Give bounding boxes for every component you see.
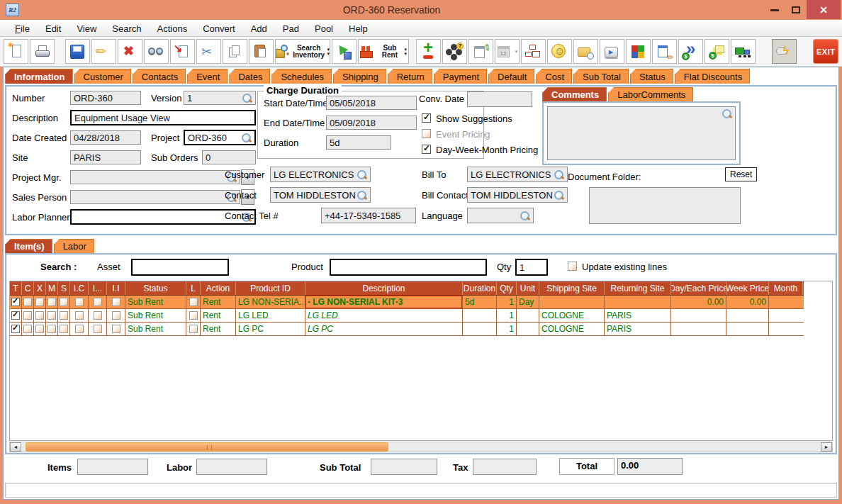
contact-field[interactable]: TOM HIDDLESTON [270, 187, 371, 203]
exit-button[interactable]: EXIT [813, 39, 838, 64]
row3-checkbox-s[interactable] [60, 325, 68, 333]
col-unit[interactable]: Unit [517, 281, 539, 295]
notes-button[interactable] [468, 39, 493, 64]
start-date-field[interactable]: 05/05/2018 [326, 96, 417, 110]
contact-lookup-icon[interactable] [357, 190, 367, 201]
scroll-left-arrow[interactable]: ◄ [10, 442, 21, 452]
col-ii[interactable]: I.I [107, 281, 125, 295]
conv-date-field[interactable] [467, 91, 532, 107]
col-action[interactable]: Action [201, 281, 236, 295]
row1-checkbox-l[interactable] [189, 298, 198, 306]
dwm-pricing-checkbox[interactable] [422, 145, 431, 154]
copy-button[interactable] [223, 39, 247, 64]
row3-checkbox-m[interactable] [47, 325, 56, 333]
col-status[interactable]: Status [125, 281, 186, 295]
site-field[interactable]: PARIS [70, 150, 141, 164]
tab-sub-total[interactable]: Sub Total [573, 69, 629, 84]
tab-labor[interactable]: Labor [54, 239, 94, 253]
row3-checkbox-c[interactable] [23, 325, 32, 333]
scrollbar-thumb[interactable] [26, 442, 388, 452]
minimize-button[interactable] [764, 1, 785, 18]
col-description[interactable]: Description [305, 281, 463, 295]
bill-to-lookup-icon[interactable] [554, 169, 564, 180]
col-week-price[interactable]: Week Price [726, 281, 769, 295]
sub-rent-button[interactable]: Sub Rent ▼▼ [358, 39, 410, 64]
money-notes-button[interactable] [705, 39, 729, 64]
row1-checkbox-s[interactable] [60, 298, 68, 306]
tab-dates[interactable]: Dates [229, 69, 270, 84]
scroll-right-arrow[interactable]: ► [821, 442, 832, 452]
col-s[interactable]: S [58, 281, 70, 295]
col-returning-site[interactable]: Returning Site [605, 281, 671, 295]
search-inventory-button[interactable]: Search Inventory ▼▼ [275, 39, 330, 64]
tab-flat-discounts[interactable]: Flat Discounts [675, 69, 750, 84]
menu-pad[interactable]: Pad [276, 22, 305, 35]
table-row-1[interactable]: Sub Rent Rent LG NON-SERIA... - LG NON-S… [10, 296, 804, 309]
reset-button[interactable]: Reset [725, 167, 757, 181]
customer-lookup-icon[interactable] [357, 169, 367, 180]
bill-contact-lookup-icon[interactable] [554, 190, 564, 201]
row2-checkbox-x[interactable] [35, 311, 44, 320]
show-suggestions-checkbox[interactable] [422, 113, 431, 123]
project-field[interactable]: ORD-360 [184, 130, 256, 145]
col-day-each-price[interactable]: Day/Each Price [671, 281, 726, 295]
row2-checkbox-t[interactable] [11, 311, 20, 320]
sales-person-field[interactable] [70, 190, 240, 204]
row2-checkbox-m[interactable] [47, 311, 56, 320]
tab-payment[interactable]: Payment [434, 69, 487, 84]
sub-orders-field[interactable]: 0 [202, 150, 256, 164]
tab-cost[interactable]: Cost [536, 69, 572, 84]
menu-file[interactable]: File [9, 22, 36, 35]
table-row-3[interactable]: Sub Rent Rent LG PC LG PC 1 COLOGNE PARI… [10, 323, 804, 336]
qty-input[interactable]: 1 [515, 259, 548, 276]
col-c[interactable]: C [22, 281, 34, 295]
version-field[interactable]: 1 [184, 91, 256, 105]
number-field[interactable]: ORD-360 [70, 91, 141, 105]
row2-checkbox-ii[interactable] [112, 311, 120, 320]
tab-return[interactable]: Return [388, 69, 432, 84]
version-lookup-icon[interactable] [242, 93, 252, 103]
edit-doc-button[interactable] [652, 39, 677, 64]
blocks-button[interactable] [626, 39, 651, 64]
tab-default[interactable]: Default [488, 69, 534, 84]
row3-checkbox-ic[interactable] [75, 325, 84, 333]
delivery-button[interactable] [731, 39, 756, 64]
row2-checkbox-ic[interactable] [75, 311, 84, 320]
print-button[interactable] [30, 39, 55, 64]
row2-checkbox-c[interactable] [23, 311, 32, 320]
tab-contacts[interactable]: Contacts [133, 69, 186, 84]
sub-rent-dropdown[interactable]: ▼▼ [403, 47, 408, 56]
tab-shipping[interactable]: Shipping [333, 69, 386, 84]
row3-checkbox-x[interactable] [35, 325, 44, 333]
col-x[interactable]: X [34, 281, 46, 295]
menu-add[interactable]: Add [245, 22, 274, 35]
description-field[interactable]: Equipment Usage View [70, 110, 256, 125]
table-row-2[interactable]: Sub Rent Rent LG LED LG LED 1 COLOGNE PA… [10, 309, 804, 323]
menu-search[interactable]: Search [106, 22, 147, 35]
import-button[interactable] [170, 39, 195, 64]
maximize-button[interactable] [785, 1, 807, 18]
find-button[interactable] [144, 39, 169, 64]
row3-checkbox-l[interactable] [189, 325, 198, 333]
menu-edit[interactable]: Edit [39, 22, 67, 35]
col-month[interactable]: Month [769, 281, 803, 295]
save-button[interactable] [65, 39, 90, 64]
row1-checkbox-t[interactable] [11, 298, 20, 306]
col-shipping-site[interactable]: Shipping Site [539, 281, 605, 295]
menu-help[interactable]: Help [342, 22, 374, 35]
structure-button[interactable] [521, 39, 546, 64]
end-date-field[interactable]: 05/09/2018 [326, 116, 417, 130]
customer-field[interactable]: LG ELECTRONICS [270, 167, 371, 182]
col-qty[interactable]: Qty [497, 281, 517, 295]
bill-contact-field[interactable]: TOM HIDDLESTON [467, 187, 568, 203]
row1-checkbox-c[interactable] [23, 298, 32, 306]
send-money-button[interactable] [678, 39, 703, 64]
row1-checkbox-ii[interactable] [112, 298, 120, 306]
row2-checkbox-i2[interactable] [94, 311, 102, 320]
project-lookup-icon[interactable] [241, 133, 252, 143]
col-ic[interactable]: I.C [70, 281, 89, 295]
menu-view[interactable]: View [70, 22, 103, 35]
tab-information[interactable]: Information [5, 69, 73, 84]
row1-checkbox-m[interactable] [47, 298, 56, 306]
col-l[interactable]: L [186, 281, 201, 295]
